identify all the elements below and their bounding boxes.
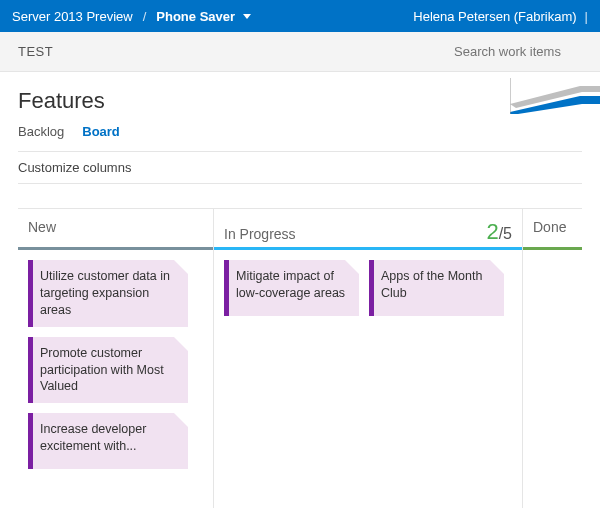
breadcrumb-separator: / — [143, 9, 147, 24]
work-item-card[interactable]: Apps of the Month Club — [369, 260, 504, 316]
wip-limit: /5 — [499, 225, 512, 242]
divider-icon: | — [585, 9, 588, 24]
work-item-card[interactable]: Promote customer participation with Most… — [28, 337, 188, 404]
column-done: Done — [523, 208, 582, 508]
chart-glyph-icon — [510, 78, 600, 114]
chevron-down-icon[interactable] — [243, 14, 251, 19]
customize-columns-link[interactable]: Customize columns — [18, 151, 582, 184]
column-title: Done — [533, 219, 566, 235]
kanban-board: New Utilize customer data in targeting e… — [18, 208, 582, 508]
breadcrumb-project[interactable]: Phone Saver — [156, 9, 235, 24]
search-input[interactable] — [452, 40, 582, 63]
page-title: Features — [18, 88, 582, 114]
wip-counter: 2/5 — [486, 219, 512, 245]
hub-nav: TEST — [0, 32, 600, 72]
wip-current: 2 — [486, 219, 498, 244]
column-new: New Utilize customer data in targeting e… — [18, 208, 213, 508]
view-tabs: Backlog Board — [18, 124, 582, 139]
top-nav-bar: Server 2013 Preview / Phone Saver Helena… — [0, 0, 600, 32]
tab-backlog[interactable]: Backlog — [18, 124, 64, 139]
column-title: New — [28, 219, 56, 235]
tab-board[interactable]: Board — [82, 124, 120, 139]
work-item-card[interactable]: Mitigate impact of low-coverage areas — [224, 260, 359, 316]
breadcrumb-product[interactable]: Server 2013 Preview — [12, 9, 133, 24]
column-in-progress: In Progress 2/5 Mitigate impact of low-c… — [213, 208, 523, 508]
work-item-card[interactable]: Increase developer excitement with... — [28, 413, 188, 469]
work-item-card[interactable]: Utilize customer data in targeting expan… — [28, 260, 188, 327]
column-title: In Progress — [224, 226, 296, 242]
user-label[interactable]: Helena Petersen (Fabrikam) — [413, 9, 576, 24]
tab-test[interactable]: TEST — [18, 44, 53, 59]
